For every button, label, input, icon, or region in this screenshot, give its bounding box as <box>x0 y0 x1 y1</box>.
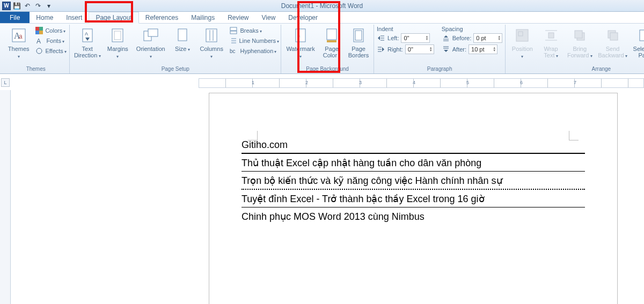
svg-rect-16 <box>206 29 217 42</box>
spinner-icon: ▲▼ <box>497 35 501 41</box>
margins-button[interactable]: Margins <box>104 26 131 61</box>
orientation-button[interactable]: Orientation <box>134 26 168 61</box>
spacing-after-input[interactable]: 10 pt▲▼ <box>469 45 497 54</box>
group-label-paragraph: Paragraph <box>377 65 502 73</box>
group-label-page-background: Page Background <box>284 65 371 73</box>
hyphenation-button[interactable]: bc Hyphenation <box>228 46 278 56</box>
svg-rect-28 <box>327 40 336 42</box>
svg-rect-47 <box>575 31 582 38</box>
page-borders-button[interactable]: Page Borders <box>346 26 371 60</box>
svg-rect-19 <box>230 27 237 31</box>
svg-point-8 <box>36 48 42 54</box>
size-button[interactable]: Size <box>170 26 195 54</box>
group-themes: Aa Themes Colors A Fonts Effects Them <box>2 25 70 73</box>
group-paragraph: Indent Left: 0"▲▼ Right: 0"▲▼ Spacing Be… <box>374 25 506 73</box>
page-color-icon <box>323 27 340 44</box>
svg-rect-14 <box>148 29 158 36</box>
group-label-themes: Themes <box>5 65 67 73</box>
indent-left-icon <box>377 34 385 42</box>
redo-icon[interactable]: ↷ <box>33 1 43 11</box>
svg-rect-6 <box>39 31 43 34</box>
spacing-before-input[interactable]: 0 pt▲▼ <box>473 33 502 43</box>
breaks-button[interactable]: Breaks <box>228 26 278 35</box>
spacing-after-icon <box>442 45 450 54</box>
svg-rect-5 <box>35 31 39 34</box>
page[interactable]: Gitiho.com Thủ thuật Excel cập nhật hàng… <box>209 93 617 304</box>
columns-icon <box>203 27 220 44</box>
send-backward-icon <box>604 27 621 44</box>
line-numbers-icon <box>229 36 237 45</box>
columns-button[interactable]: Columns <box>197 26 226 61</box>
undo-icon[interactable]: ↶ <box>23 1 32 11</box>
group-label-page-setup: Page Setup <box>72 65 278 73</box>
effects-button[interactable]: Effects <box>34 46 67 56</box>
ribbon-tabs: File Home Insert Page Layout References … <box>0 12 644 24</box>
horizontal-ruler[interactable]: 1 2 3 4 5 6 7 <box>199 78 644 88</box>
ribbon: Aa Themes Colors A Fonts Effects Them <box>0 24 644 74</box>
spinner-icon: ▲▼ <box>493 47 496 52</box>
svg-text:A: A <box>85 31 88 36</box>
wrap-text-button: Wrap Text <box>539 26 564 60</box>
wrap-text-icon <box>543 27 560 44</box>
svg-rect-27 <box>327 29 336 40</box>
watermark-button[interactable]: A Watermark <box>284 26 317 61</box>
svg-rect-4 <box>39 27 43 31</box>
tab-page-layout[interactable]: Page Layout <box>89 12 138 24</box>
size-icon <box>174 27 191 44</box>
word-app-icon: W <box>2 2 11 10</box>
fonts-button[interactable]: A Fonts <box>34 36 67 46</box>
svg-text:A: A <box>297 33 301 39</box>
orientation-icon <box>142 27 159 44</box>
page-color-button[interactable]: Page Color <box>319 26 344 60</box>
svg-rect-20 <box>230 31 237 34</box>
indent-label: Indent <box>377 26 434 32</box>
doc-line-3[interactable]: Trọn bộ kiến thức và kỹ năng công việc H… <box>241 172 585 190</box>
line-numbers-button[interactable]: Line Numbers <box>228 36 278 46</box>
group-page-background: A Watermark Page Color Page Borders Page… <box>281 25 374 73</box>
tab-developer[interactable]: Developer <box>282 12 324 23</box>
send-backward-button: Send Backward <box>596 26 629 60</box>
titlebar: W 💾 ↶ ↷ ▾ Document1 - Microsoft Word <box>0 0 644 12</box>
fonts-icon: A <box>35 36 44 45</box>
svg-text:bc: bc <box>230 48 236 54</box>
text-direction-button[interactable]: A Text Direction <box>72 26 102 60</box>
window-title: Document1 - Microsoft Word <box>0 2 644 10</box>
selection-pane-button[interactable]: Selection Pane <box>631 26 644 60</box>
indent-left-input[interactable]: 0"▲▼ <box>401 33 430 43</box>
svg-rect-50 <box>640 30 644 41</box>
indent-right-icon <box>377 45 385 54</box>
doc-line-4[interactable]: Tuyệt đỉnh Excel - Trở thành bậc thầy Ex… <box>241 190 585 207</box>
margins-icon <box>109 27 126 44</box>
bring-forward-icon <box>571 27 588 44</box>
tab-view[interactable]: View <box>255 12 282 23</box>
selection-pane-icon <box>636 27 644 44</box>
hyphenation-icon: bc <box>229 47 238 55</box>
colors-button[interactable]: Colors <box>34 26 67 35</box>
tab-file[interactable]: File <box>0 12 30 23</box>
doc-line-1[interactable]: Gitiho.com <box>241 136 585 154</box>
indent-right-input[interactable]: 0"▲▼ <box>405 45 434 54</box>
doc-line-5[interactable]: Chinh phục MOS Word 2013 cùng Nimbus <box>241 207 585 225</box>
document-area: L 1 2 3 4 5 6 7 Gitiho.com Thủ thuật Exc… <box>0 74 644 304</box>
margin-corner-icon <box>248 131 258 140</box>
tab-home[interactable]: Home <box>30 12 60 23</box>
themes-icon: Aa <box>10 27 27 44</box>
themes-button[interactable]: Aa Themes <box>5 26 32 61</box>
tab-review[interactable]: Review <box>221 12 255 23</box>
position-icon <box>514 27 531 44</box>
watermark-icon: A <box>292 27 309 44</box>
svg-rect-3 <box>35 27 39 31</box>
tab-mailings[interactable]: Mailings <box>185 12 221 23</box>
qat-customize-icon[interactable]: ▾ <box>44 1 54 11</box>
breaks-icon <box>229 26 238 35</box>
status-indicator[interactable]: L <box>1 78 10 87</box>
colors-icon <box>35 26 43 35</box>
tab-references[interactable]: References <box>139 12 185 23</box>
doc-line-2[interactable]: Thủ thuật Excel cập nhật hàng tuần cho d… <box>241 154 585 172</box>
tab-insert[interactable]: Insert <box>60 12 89 23</box>
group-label-arrange: Arrange <box>508 65 644 73</box>
save-icon[interactable]: 💾 <box>12 1 21 11</box>
vertical-ruler[interactable] <box>0 90 11 304</box>
svg-rect-43 <box>548 33 554 38</box>
group-page-setup: A Text Direction Margins Orientation Siz… <box>70 25 281 73</box>
